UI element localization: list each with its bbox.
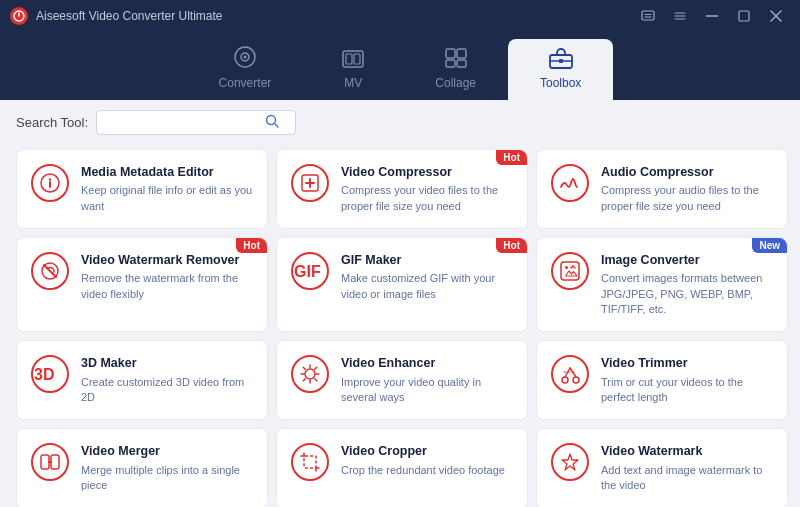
tool-name-video-compressor: Video Compressor <box>341 164 513 180</box>
tool-icon-3d-maker: 3D <box>31 355 69 393</box>
search-icon <box>265 114 279 131</box>
converter-icon <box>233 45 257 72</box>
tool-icon-audio-compressor <box>551 164 589 202</box>
tool-text-video-enhancer: Video EnhancerImprove your video quality… <box>341 355 513 405</box>
search-bar: Search Tool: <box>0 100 800 145</box>
tool-text-media-metadata-editor: Media Metadata EditorKeep original file … <box>81 164 253 214</box>
tool-desc-video-cropper: Crop the redundant video footage <box>341 463 513 478</box>
tool-text-video-cropper: Video CropperCrop the redundant video fo… <box>341 443 513 478</box>
tools-grid: Media Metadata EditorKeep original file … <box>16 149 788 507</box>
tool-card-media-metadata-editor[interactable]: Media Metadata EditorKeep original file … <box>16 149 268 229</box>
tool-text-image-converter: Image ConverterConvert images formats be… <box>601 252 773 317</box>
svg-point-12 <box>243 56 246 59</box>
tool-desc-video-trimmer: Trim or cut your videos to the perfect l… <box>601 375 773 406</box>
tool-icon-video-merger <box>31 443 69 481</box>
tool-desc-video-compressor: Compress your video files to the proper … <box>341 183 513 214</box>
app-logo <box>10 7 28 25</box>
tool-card-3d-maker[interactable]: 3D3D MakerCreate customized 3D video fro… <box>16 340 268 420</box>
title-bar-left: Aiseesoft Video Converter Ultimate <box>10 7 223 25</box>
menu-button[interactable] <box>666 5 694 27</box>
svg-point-35 <box>565 266 568 269</box>
tab-mv[interactable]: MV <box>303 41 403 100</box>
badge-video-watermark-remover: Hot <box>236 238 267 253</box>
tab-toolbox-label: Toolbox <box>540 76 581 90</box>
title-bar: Aiseesoft Video Converter Ultimate <box>0 0 800 32</box>
tab-mv-label: MV <box>344 76 362 90</box>
svg-rect-44 <box>51 455 59 469</box>
svg-rect-15 <box>354 54 360 64</box>
tool-icon-video-watermark-remover <box>31 252 69 290</box>
tool-icon-video-compressor <box>291 164 329 202</box>
message-button[interactable] <box>634 5 662 27</box>
tool-name-3d-maker: 3D Maker <box>81 355 253 371</box>
tab-collage-label: Collage <box>435 76 476 90</box>
collage-icon <box>444 47 468 72</box>
tab-toolbox[interactable]: Toolbox <box>508 39 613 100</box>
tool-card-video-watermark[interactable]: Video WatermarkAdd text and image waterm… <box>536 428 788 507</box>
tool-name-video-cropper: Video Cropper <box>341 443 513 459</box>
tool-card-video-compressor[interactable]: HotVideo CompressorCompress your video f… <box>276 149 528 229</box>
tool-name-gif-maker: GIF Maker <box>341 252 513 268</box>
tab-converter-label: Converter <box>219 76 272 90</box>
tool-desc-video-merger: Merge multiple clips into a single piece <box>81 463 253 494</box>
tool-name-media-metadata-editor: Media Metadata Editor <box>81 164 253 180</box>
svg-text:3D: 3D <box>34 366 54 383</box>
maximize-button[interactable] <box>730 5 758 27</box>
tool-text-audio-compressor: Audio CompressorCompress your audio file… <box>601 164 773 214</box>
tool-name-video-enhancer: Video Enhancer <box>341 355 513 371</box>
svg-rect-19 <box>457 60 466 67</box>
tool-icon-video-watermark <box>551 443 589 481</box>
svg-rect-34 <box>561 262 579 280</box>
tool-card-video-cropper[interactable]: Video CropperCrop the redundant video fo… <box>276 428 528 507</box>
tool-icon-video-cropper <box>291 443 329 481</box>
svg-line-24 <box>275 124 279 128</box>
svg-point-37 <box>305 369 315 379</box>
svg-point-38 <box>562 377 568 383</box>
tool-card-video-merger[interactable]: Video MergerMerge multiple clips into a … <box>16 428 268 507</box>
svg-rect-18 <box>446 60 455 67</box>
tool-desc-video-watermark-remover: Remove the watermark from the video flex… <box>81 271 253 302</box>
tool-card-video-trimmer[interactable]: Video TrimmerTrim or cut your videos to … <box>536 340 788 420</box>
app-title: Aiseesoft Video Converter Ultimate <box>36 9 223 23</box>
nav-tabs: Converter MV Collage Toolbox <box>0 32 800 100</box>
badge-video-compressor: Hot <box>496 150 527 165</box>
tool-text-video-watermark-remover: Video Watermark RemoverRemove the waterm… <box>81 252 253 302</box>
svg-rect-22 <box>559 59 563 63</box>
svg-rect-43 <box>41 455 49 469</box>
search-input[interactable] <box>105 115 265 130</box>
badge-gif-maker: Hot <box>496 238 527 253</box>
search-input-wrap[interactable] <box>96 110 296 135</box>
minimize-button[interactable] <box>698 5 726 27</box>
tool-desc-image-converter: Convert images formats between JPG/JPEG,… <box>601 271 773 317</box>
tool-card-audio-compressor[interactable]: Audio CompressorCompress your audio file… <box>536 149 788 229</box>
close-button[interactable] <box>762 5 790 27</box>
tool-icon-media-metadata-editor <box>31 164 69 202</box>
svg-rect-7 <box>739 11 749 21</box>
tool-text-video-trimmer: Video TrimmerTrim or cut your videos to … <box>601 355 773 405</box>
tool-card-video-watermark-remover[interactable]: HotVideo Watermark RemoverRemove the wat… <box>16 237 268 332</box>
tool-icon-video-enhancer <box>291 355 329 393</box>
tool-text-video-compressor: Video CompressorCompress your video file… <box>341 164 513 214</box>
tool-icon-video-trimmer <box>551 355 589 393</box>
tool-name-video-watermark-remover: Video Watermark Remover <box>81 252 253 268</box>
tool-icon-image-converter <box>551 252 589 290</box>
tab-collage[interactable]: Collage <box>403 39 508 100</box>
toolbox-icon <box>548 47 574 72</box>
tab-converter[interactable]: Converter <box>187 37 304 100</box>
svg-rect-46 <box>304 456 316 468</box>
svg-rect-17 <box>457 49 466 58</box>
tool-name-image-converter: Image Converter <box>601 252 773 268</box>
svg-point-27 <box>49 178 51 180</box>
main-content: Search Tool: Media Metadata EditorKeep o… <box>0 100 800 507</box>
search-label: Search Tool: <box>16 115 88 130</box>
svg-text:GIF: GIF <box>294 263 321 280</box>
tool-name-audio-compressor: Audio Compressor <box>601 164 773 180</box>
tool-card-gif-maker[interactable]: HotGIFGIF MakerMake customized GIF with … <box>276 237 528 332</box>
tool-name-video-watermark: Video Watermark <box>601 443 773 459</box>
svg-rect-14 <box>346 54 352 64</box>
tools-area: Media Metadata EditorKeep original file … <box>0 145 800 507</box>
tool-card-image-converter[interactable]: NewImage ConverterConvert images formats… <box>536 237 788 332</box>
tool-text-gif-maker: GIF MakerMake customized GIF with your v… <box>341 252 513 302</box>
tool-card-video-enhancer[interactable]: Video EnhancerImprove your video quality… <box>276 340 528 420</box>
tool-text-3d-maker: 3D MakerCreate customized 3D video from … <box>81 355 253 405</box>
